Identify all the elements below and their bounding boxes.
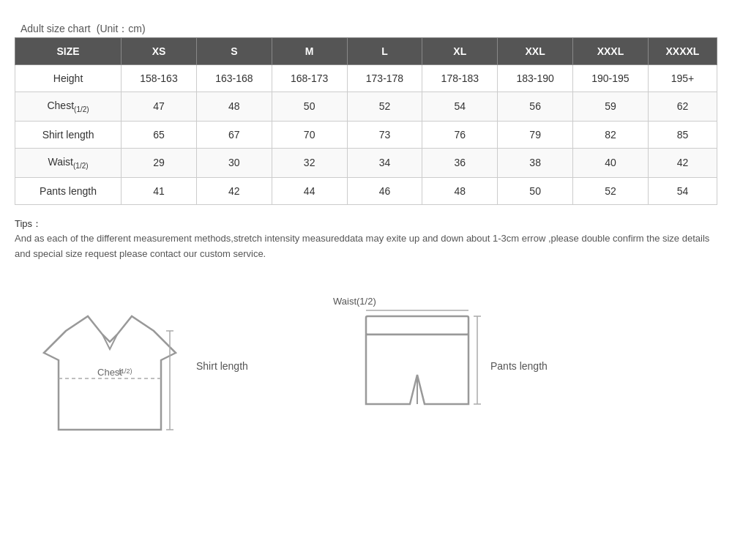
row-cell: 56	[498, 92, 573, 122]
col-header-xxxxl: XXXXL	[648, 38, 717, 65]
row-cell: 163-168	[196, 65, 272, 92]
row-cell: 73	[347, 121, 422, 148]
row-cell: 32	[272, 148, 347, 177]
row-cell: 79	[498, 121, 573, 148]
row-cell: 70	[272, 121, 347, 148]
tips-text: And as each of the different measurement…	[15, 233, 709, 259]
table-row: Chest(1/2)4748505254565962	[15, 92, 717, 122]
col-header-l: L	[347, 38, 422, 65]
shirt-icon: Chest (1/2)	[37, 294, 183, 441]
table-row: Waist(1/2)2930323436384042	[15, 148, 717, 177]
shorts-diagram: Waist(1/2) Pants length	[293, 287, 571, 455]
row-label: Height	[15, 65, 122, 92]
page-title: Adult size chart(Unit：cm)	[15, 15, 717, 37]
col-header-xxxl: XXXL	[573, 38, 649, 65]
row-cell: 65	[122, 121, 197, 148]
row-cell: 47	[122, 92, 197, 122]
title-text: Adult size chart	[20, 23, 91, 34]
tips-label: Tips：	[15, 218, 42, 229]
row-cell: 67	[196, 121, 272, 148]
tips-section: Tips： And as each of the different measu…	[15, 217, 717, 262]
row-label: Pants length	[15, 177, 122, 204]
col-header-xs: XS	[122, 38, 197, 65]
col-header-size: SIZE	[15, 38, 122, 65]
row-label: Chest(1/2)	[15, 92, 122, 122]
row-cell: 34	[347, 148, 422, 177]
row-cell: 50	[498, 177, 573, 204]
table-row: Height158-163163-168168-173173-178178-18…	[15, 65, 717, 92]
row-cell: 44	[272, 177, 347, 204]
row-cell: 30	[196, 148, 272, 177]
table-row: Pants length4142444648505254	[15, 177, 717, 204]
row-cell: 168-173	[272, 65, 347, 92]
row-cell: 82	[573, 121, 649, 148]
row-cell: 41	[122, 177, 197, 204]
row-cell: 54	[422, 92, 498, 122]
col-header-xl: XL	[422, 38, 498, 65]
row-label: Shirt length	[15, 121, 122, 148]
row-label: Waist(1/2)	[15, 148, 122, 177]
row-cell: 195+	[648, 65, 717, 92]
table-row: Shirt length6567707376798285	[15, 121, 717, 148]
row-cell: 85	[648, 121, 717, 148]
row-cell: 54	[648, 177, 717, 204]
row-cell: 38	[498, 148, 573, 177]
row-cell: 173-178	[347, 65, 422, 92]
table-header-row: SIZEXSSMLXLXXLXXXLXXXXL	[15, 38, 717, 65]
row-cell: 62	[648, 92, 717, 122]
row-cell: 46	[347, 177, 422, 204]
row-cell: 36	[422, 148, 498, 177]
waist-label-diagram: Waist(1/2)	[333, 296, 376, 307]
col-header-m: M	[272, 38, 347, 65]
row-cell: 178-183	[422, 65, 498, 92]
svg-text:(1/2): (1/2)	[119, 367, 132, 375]
col-header-s: S	[196, 38, 272, 65]
row-cell: 76	[422, 121, 498, 148]
row-cell: 42	[196, 177, 272, 204]
size-chart-table: SIZEXSSMLXLXXLXXXLXXXXL Height158-163163…	[15, 37, 717, 205]
row-cell: 190-195	[573, 65, 649, 92]
row-cell: 52	[347, 92, 422, 122]
diagram-section: Chest (1/2) Shirt length Waist(1/2)	[15, 280, 717, 463]
shorts-icon	[351, 309, 483, 441]
row-cell: 48	[196, 92, 272, 122]
unit-text: (Unit：cm)	[97, 23, 146, 34]
row-cell: 40	[573, 148, 649, 177]
shirt-diagram: Chest (1/2) Shirt length	[15, 287, 264, 455]
shirt-length-label: Shirt length	[196, 360, 248, 372]
col-header-xxl: XXL	[498, 38, 573, 65]
row-cell: 52	[573, 177, 649, 204]
row-cell: 42	[648, 148, 717, 177]
row-cell: 158-163	[122, 65, 197, 92]
row-cell: 59	[573, 92, 649, 122]
row-cell: 183-190	[498, 65, 573, 92]
row-cell: 48	[422, 177, 498, 204]
row-cell: 50	[272, 92, 347, 122]
svg-rect-8	[366, 316, 468, 335]
row-cell: 29	[122, 148, 197, 177]
pants-length-label: Pants length	[490, 360, 548, 372]
